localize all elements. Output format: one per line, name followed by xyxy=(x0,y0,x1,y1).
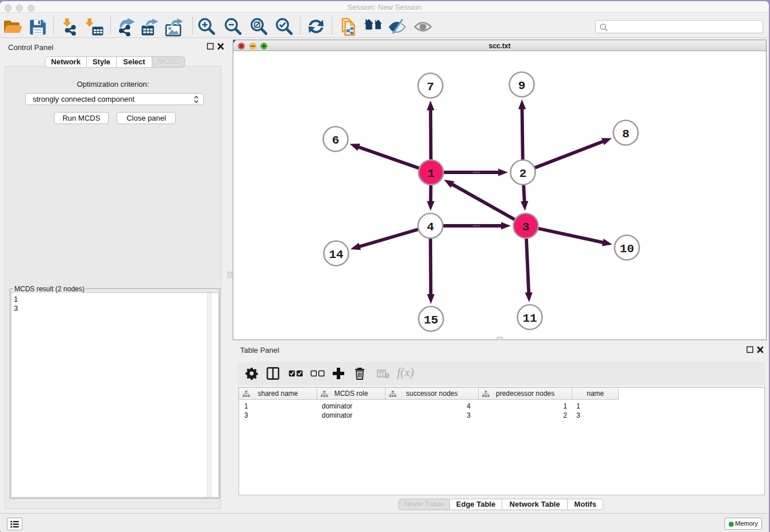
svg-text:1: 1 xyxy=(428,167,435,180)
svg-text:15: 15 xyxy=(424,314,438,327)
svg-text:2: 2 xyxy=(519,167,527,180)
svg-text:4: 4 xyxy=(427,221,434,234)
svg-text:10: 10 xyxy=(619,242,634,256)
svg-text:11: 11 xyxy=(522,312,537,325)
svg-text:3: 3 xyxy=(522,221,530,234)
svg-text:8: 8 xyxy=(622,128,630,141)
svg-text:14: 14 xyxy=(329,248,343,261)
svg-text:6: 6 xyxy=(332,134,340,147)
svg-text:9: 9 xyxy=(518,79,526,92)
svg-text:7: 7 xyxy=(427,80,434,94)
